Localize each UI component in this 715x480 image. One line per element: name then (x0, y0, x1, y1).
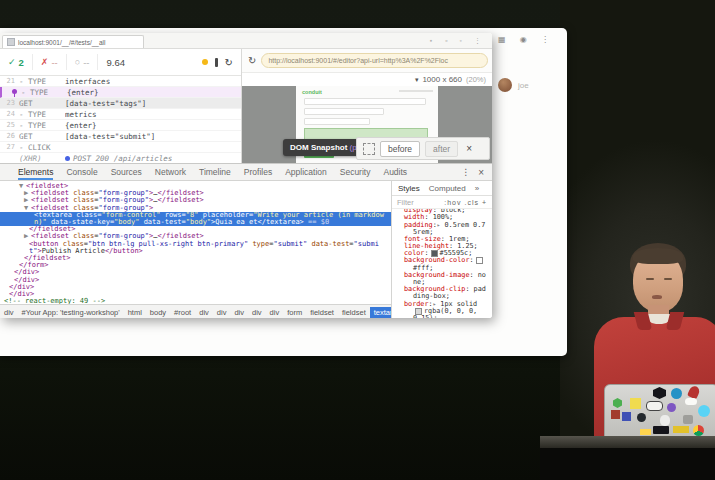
laptop-sticker (622, 412, 631, 421)
command-row[interactable]: 25- TYPE{enter} (0, 120, 241, 131)
laptop-sticker (698, 405, 710, 417)
restart-tests-icon[interactable]: ↻ (225, 57, 233, 68)
reload-icon[interactable]: ↻ (248, 55, 256, 66)
pin-icon (12, 89, 17, 94)
command-row[interactable]: 23GET[data-test="tags"] (0, 98, 241, 109)
command-row[interactable]: 27- CLICK (0, 142, 241, 153)
tree-node[interactable]: </div> (0, 284, 391, 291)
tree-node[interactable]: </form> (0, 262, 391, 269)
styles-tab-more[interactable]: » (475, 184, 479, 193)
laptop-sticker (611, 410, 620, 419)
laptop-sticker (683, 415, 693, 424)
css-rule[interactable]: background-color:#fff; (398, 257, 488, 271)
browser-tab[interactable]: localhost:9001/__/#/tests/__all (2, 35, 144, 48)
css-rules: display: block;width: 100%;padding:▸ 0.5… (392, 209, 492, 318)
url-display[interactable]: http://localhost:9001/#/editor?api-url=h… (261, 53, 488, 68)
after-button[interactable]: after (425, 141, 458, 157)
check-icon: ✓ (8, 57, 16, 67)
cypress-command-log: ✓ 2 ✗ -- ○ -- 9.64 ↻ 21- TYPEinterfaces-… (0, 49, 242, 163)
tree-node[interactable]: </div> (0, 277, 391, 284)
app-nav-thumb (399, 90, 433, 92)
snapshot-controls: before after × (356, 137, 490, 160)
devtools-tab-elements[interactable]: Elements (18, 164, 53, 180)
viewport-caret-icon[interactable]: ▾ (415, 76, 419, 84)
breadcrumb-item[interactable]: #Your App: 'testing-workshop' (18, 307, 124, 318)
viewport-zoom: (20%) (466, 75, 486, 84)
elements-tree: ▼<fieldset>▶<fieldset class="form-group"… (0, 181, 391, 304)
breadcrumb-item[interactable]: body (146, 307, 170, 318)
devtools-tab-console[interactable]: Console (66, 164, 97, 180)
window-action-icons[interactable]: ⋆ ▫ ◦ ⋮ (429, 37, 486, 45)
tree-node[interactable]: </fieldset> (0, 255, 391, 262)
field-thumb (304, 118, 370, 125)
field-thumb (304, 108, 384, 115)
scrubber-icon[interactable] (215, 58, 218, 67)
app-preview-pane: ↻ http://localhost:9001/#/editor?api-url… (242, 49, 492, 163)
devtools-tab-security[interactable]: Security (340, 164, 371, 180)
breadcrumb-item[interactable]: fieldset (338, 307, 370, 318)
styles-tab-bar: StylesComputed» (392, 181, 492, 196)
devtools-tab-audits[interactable]: Audits (383, 164, 407, 180)
devtools-tab-sources[interactable]: Sources (111, 164, 142, 180)
profile-avatar[interactable] (498, 78, 512, 92)
devtools-tab-timeline[interactable]: Timeline (199, 164, 231, 180)
profile-name: joe (518, 81, 529, 90)
devtools-tab-network[interactable]: Network (155, 164, 186, 180)
breadcrumb-item[interactable]: fieldset (306, 307, 338, 318)
tree-node[interactable]: <textarea class="form-control" rows="8" … (0, 212, 391, 226)
snapshot-region-icon[interactable] (363, 143, 375, 155)
devtools-close-icon[interactable]: × (476, 167, 492, 178)
breadcrumb-item[interactable]: #root (170, 307, 195, 318)
css-rule[interactable]: background-clip: padding-box; (398, 286, 488, 300)
breadcrumb-item[interactable]: div (195, 307, 213, 318)
failed-stat: ✗ -- (33, 54, 67, 70)
close-snapshot-icon[interactable]: × (466, 143, 472, 154)
styles-tab-computed[interactable]: Computed (429, 184, 466, 193)
presenter-hairline (633, 248, 683, 264)
devtools-tab-bar: ElementsConsoleSourcesNetworkTimelinePro… (0, 164, 492, 181)
css-rule[interactable]: background-image: none; (398, 272, 488, 286)
tree-node[interactable]: <button class="btn btn-lg pull-xs-right … (0, 241, 391, 255)
laptop-sticker (630, 398, 641, 409)
devtools-tab-application[interactable]: Application (285, 164, 327, 180)
breadcrumb-item[interactable]: div (230, 307, 248, 318)
command-row[interactable]: 26GET[data-test="submit"] (0, 131, 241, 142)
command-row[interactable]: 24- TYPEmetrics (0, 109, 241, 120)
breadcrumb-item[interactable]: div (0, 307, 18, 318)
command-row[interactable]: - TYPE{enter} (0, 87, 241, 98)
auto-scroll-dot-icon[interactable] (202, 59, 208, 65)
filter-input[interactable]: Filter (397, 198, 440, 207)
xhr-dot-icon (65, 156, 70, 161)
devtools-tab-profiles[interactable]: Profiles (244, 164, 272, 180)
styles-toggles[interactable]: :hov .cls + (444, 199, 487, 206)
pending-icon: ○ (75, 57, 80, 67)
breadcrumb-item[interactable]: div (213, 307, 231, 318)
tree-node[interactable]: </div> (0, 269, 391, 276)
breadcrumb-item[interactable]: form (283, 307, 306, 318)
laptop-sticker (653, 426, 669, 434)
laptop-sticker (653, 387, 666, 399)
breadcrumb-item[interactable]: html (124, 307, 146, 318)
css-rule[interactable]: border:▸ 1px solid rgba(0, 0, 0, 0.15); (398, 300, 488, 318)
runner-stats-bar: ✓ 2 ✗ -- ○ -- 9.64 ↻ (0, 49, 241, 76)
command-row[interactable]: 21- TYPEinterfaces (0, 76, 241, 87)
laptop-sticker (673, 426, 689, 433)
preview-toolbar: ↻ http://localhost:9001/#/editor?api-url… (242, 49, 492, 73)
css-rule[interactable]: width: 100%; (398, 214, 488, 221)
devtools-menu-icon[interactable]: ⋮ (455, 167, 476, 177)
styles-pane: StylesComputed» Filter :hov .cls + displ… (391, 181, 492, 318)
field-thumb (304, 98, 426, 105)
css-rule[interactable]: padding:▸ 0.5rem 0.75rem; (398, 221, 488, 236)
before-button[interactable]: before (380, 141, 420, 157)
breadcrumb-item[interactable]: div (248, 307, 266, 318)
command-list: 21- TYPEinterfaces- TYPE{enter}23GET[dat… (0, 76, 241, 164)
laptop-sticker (693, 425, 704, 436)
tab-title: localhost:9001/__/#/tests/__all (18, 39, 105, 46)
laptop-sticker (646, 401, 663, 411)
breadcrumb-item[interactable]: div (266, 307, 284, 318)
styles-filter-bar: Filter :hov .cls + (392, 196, 492, 209)
breadcrumb-item[interactable]: textarea.form-control (370, 307, 391, 318)
styles-tab-styles[interactable]: Styles (398, 184, 420, 193)
passed-stat: ✓ 2 (0, 54, 33, 70)
viewport-size: 1000 x 660 (422, 75, 462, 84)
